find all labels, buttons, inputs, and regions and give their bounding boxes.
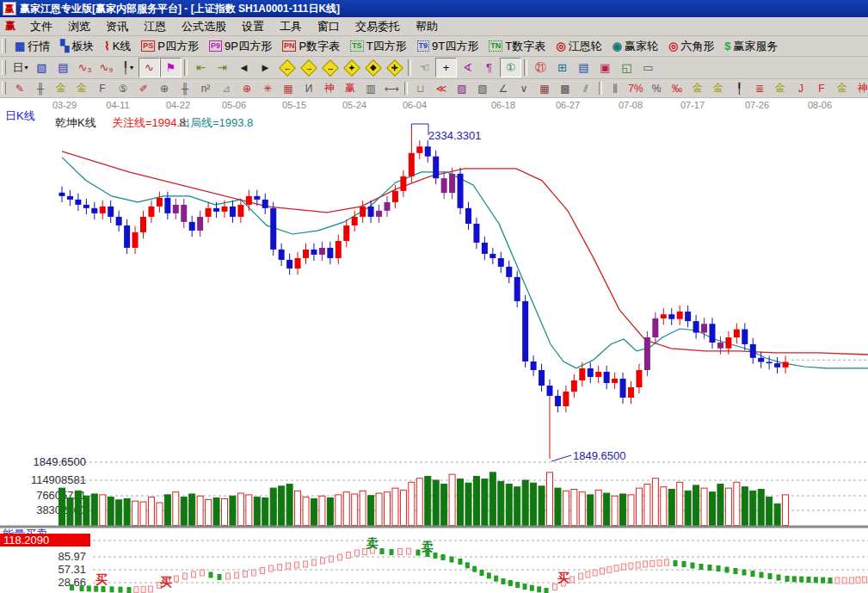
gann-circle-icon[interactable]: ⊕: [237, 79, 257, 97]
fan-box2-icon[interactable]: ▧: [472, 79, 493, 97]
j-angle-icon[interactable]: J: [791, 79, 811, 97]
wave9-icon[interactable]: ∿₉: [95, 58, 117, 77]
fan-box-icon[interactable]: ▨: [452, 79, 472, 97]
p-square-button[interactable]: PSP四方形: [136, 36, 204, 57]
candle-style-dropdown[interactable]: ╿▾: [117, 58, 139, 77]
gold-grid-icon[interactable]: 金: [51, 79, 71, 97]
t-number-table-button[interactable]: TNT数字表: [483, 36, 551, 57]
box-tool-icon[interactable]: ⊔: [410, 79, 431, 97]
brush-icon[interactable]: ✐: [133, 79, 154, 97]
winner-wheel-button[interactable]: ◉赢家轮: [607, 36, 663, 57]
fan-lines-icon[interactable]: ≪: [431, 79, 452, 97]
menu-4[interactable]: 江恩: [136, 18, 174, 34]
gann-arrow-both-icon[interactable]: ↔: [319, 58, 341, 77]
save-disk-icon[interactable]: ▣: [594, 58, 616, 77]
five-spiral-icon[interactable]: ⑤: [113, 79, 133, 97]
percent-icon[interactable]: %: [646, 79, 667, 97]
draw-pen-icon[interactable]: ✎: [9, 79, 30, 97]
sector-blocks-button[interactable]: ▚板块: [55, 36, 99, 57]
win-box-icon[interactable]: 赢: [340, 79, 360, 97]
calculator-icon[interactable]: ⊞: [551, 58, 573, 77]
oscillator-bar-down: [708, 565, 712, 571]
shen-angle-icon[interactable]: 神: [853, 79, 868, 97]
menu-2[interactable]: 浏览: [60, 18, 98, 34]
gann-arrow-center-icon[interactable]: ✛: [384, 58, 405, 77]
numbering-123-icon[interactable]: ①: [500, 58, 521, 77]
gann-arrow-cross-icon[interactable]: ✦: [341, 58, 362, 77]
kline-chart-svg[interactable]: 03-2904-1104-2205-0605-1505-2406-0406-18…: [0, 98, 868, 593]
qiankun-kline-icon[interactable]: ∿: [139, 58, 160, 77]
energy-flag-icon[interactable]: ⚑: [160, 58, 182, 77]
grid-tool-icon[interactable]: ▦: [534, 79, 555, 97]
grid-tool2-icon[interactable]: ▩: [555, 79, 576, 97]
f-angle-icon[interactable]: F: [811, 79, 832, 97]
fib-grid-icon[interactable]: F: [92, 79, 113, 97]
gann-arrow-right-icon[interactable]: →: [298, 58, 319, 77]
menu-6[interactable]: 设置: [234, 18, 272, 34]
ruler123-icon[interactable]: ▥: [360, 79, 381, 97]
shen-grid-icon[interactable]: 神: [319, 79, 340, 97]
nav-next-icon[interactable]: ►: [255, 58, 276, 77]
angle-lines-icon[interactable]: ∠: [493, 79, 514, 97]
toolbar-grip[interactable]: [2, 39, 6, 53]
gann-arrow-all-icon[interactable]: ✥: [362, 58, 384, 77]
star-box-icon[interactable]: ▦: [278, 79, 299, 97]
nav-last-icon[interactable]: ⇥: [212, 58, 233, 77]
ruler-grid-icon[interactable]: ╫: [175, 79, 195, 97]
t-square-button[interactable]: TST四方形: [345, 36, 411, 57]
red-levels-icon[interactable]: ≣: [749, 79, 770, 97]
toolbar-grip[interactable]: [2, 60, 6, 76]
gann-grid-icon[interactable]: ╫: [30, 79, 51, 97]
nav-first-icon[interactable]: ⇤: [190, 58, 212, 77]
gold-lines-icon[interactable]: 金: [708, 79, 729, 97]
nine-p-square-button[interactable]: P99P四方形: [204, 36, 277, 57]
period-daily-dropdown[interactable]: 日▾: [9, 58, 31, 77]
gann-arrow-left-icon[interactable]: ←: [276, 58, 298, 77]
candle-pen-icon[interactable]: ╿: [729, 79, 749, 97]
parallel-lines-icon[interactable]: ⫽: [576, 79, 596, 97]
gann-wheel-button[interactable]: ◎江恩轮: [551, 36, 606, 57]
angle-measure-icon[interactable]: ∢: [457, 58, 478, 77]
nav-prev-icon[interactable]: ◄: [233, 58, 255, 77]
wave3-icon[interactable]: ∿₃: [74, 58, 95, 77]
gold-circle-icon[interactable]: 金: [687, 79, 708, 97]
capture-icon[interactable]: ◱: [616, 58, 637, 77]
calendar-icon[interactable]: ㉑: [530, 58, 551, 77]
menu-10[interactable]: 帮助: [408, 18, 446, 34]
menu-8[interactable]: 窗口: [310, 18, 348, 34]
region-map-icon[interactable]: ▧: [31, 58, 52, 77]
toolbar-label: 江恩轮: [569, 39, 602, 54]
circle-grid-icon[interactable]: ⊕: [154, 79, 175, 97]
n-square-icon[interactable]: n²: [195, 79, 216, 97]
notes-icon[interactable]: ▤: [573, 58, 594, 77]
winner-service-button[interactable]: $赢家服务: [719, 36, 783, 57]
percent-lines-icon[interactable]: ‰: [667, 79, 687, 97]
print-icon[interactable]: ▭: [637, 58, 659, 77]
toolbar-grip[interactable]: [2, 82, 6, 95]
nine-t-square-button[interactable]: T99T四方形: [412, 36, 484, 57]
chart-area[interactable]: 03-2904-1104-2205-0605-1505-2406-0406-18…: [0, 98, 868, 593]
menu-5[interactable]: 公式选股: [174, 18, 234, 34]
zigzag-icon[interactable]: ∨: [514, 79, 534, 97]
bars-tool-icon[interactable]: ⫼: [605, 79, 625, 97]
seven-percent-icon[interactable]: 7%: [625, 79, 646, 97]
n-wave-icon[interactable]: И: [299, 79, 319, 97]
quote-table-button[interactable]: ▦行情: [9, 36, 55, 57]
menu-7[interactable]: 工具: [272, 18, 310, 34]
span-arrow-icon[interactable]: ⟷: [381, 79, 402, 97]
gold-angle-icon[interactable]: 金: [832, 79, 853, 97]
pan-hand-icon[interactable]: ☜: [414, 58, 435, 77]
menu-9[interactable]: 交易委托: [348, 18, 408, 34]
star-lines-icon[interactable]: ✳: [257, 79, 278, 97]
menu-3[interactable]: 资讯: [98, 18, 136, 34]
crosshair-icon[interactable]: +: [435, 58, 457, 77]
info-panel-icon[interactable]: ▤: [52, 58, 74, 77]
hexagon-button[interactable]: ◎六角形: [663, 36, 719, 57]
angle-tool-icon[interactable]: ⊿: [216, 79, 237, 97]
gann-box-icon[interactable]: ¶: [478, 58, 500, 77]
gold-level-icon[interactable]: 金: [770, 79, 791, 97]
gold-grid2-icon[interactable]: 金: [71, 79, 92, 97]
kline-button[interactable]: ⌇K线: [99, 36, 136, 57]
menu-1[interactable]: 文件: [22, 18, 60, 34]
p-number-table-button[interactable]: PNP数字表: [277, 36, 345, 57]
